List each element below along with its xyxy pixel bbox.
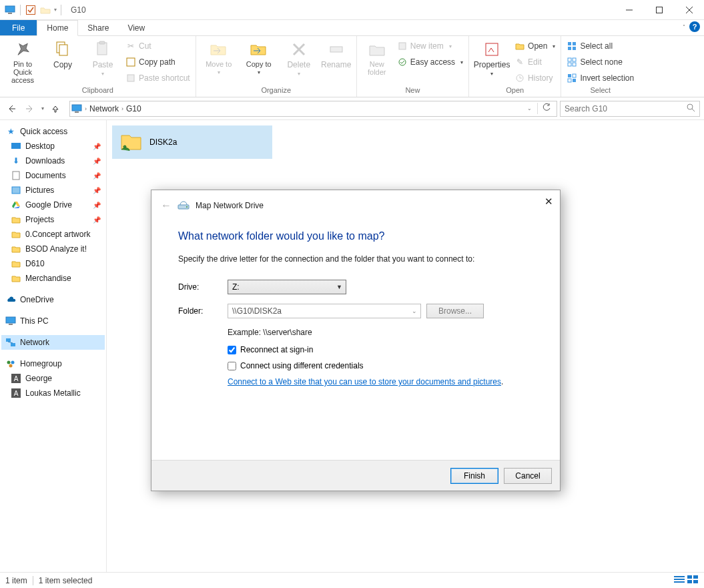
move-to-label: Move to (206, 60, 232, 68)
copy-path-button[interactable]: Copy path (124, 55, 192, 69)
tab-strip: File Home Share View ˄ ? (0, 20, 704, 36)
chevron-down-icon: ▾ (258, 69, 260, 75)
qat-check-icon[interactable] (25, 4, 37, 16)
sidebar-label: Network (20, 338, 49, 347)
pin-to-quick-access-button[interactable]: Pin to Quick access (4, 37, 41, 84)
cancel-button[interactable]: Cancel (504, 468, 552, 484)
chevron-down-icon: ▾ (101, 71, 104, 77)
sidebar-item-downloads[interactable]: ⬇Downloads📌 (1, 154, 105, 168)
sidebar-label: Desktop (25, 141, 55, 151)
sidebar-item-projects[interactable]: Projects📌 (1, 212, 105, 227)
tab-view[interactable]: View (118, 20, 154, 35)
svg-rect-63 (693, 580, 698, 583)
search-box[interactable] (560, 101, 700, 117)
organize-group-label: Organize (200, 86, 352, 97)
copy-button[interactable]: Copy (44, 37, 81, 69)
sidebar-item-bsod[interactable]: BSOD Analyze it! (1, 242, 105, 256)
sidebar-quick-access[interactable]: ★Quick access (1, 124, 105, 139)
nav-up-button[interactable] (48, 101, 63, 116)
svg-rect-34 (72, 105, 81, 111)
select-none-button[interactable]: Select none (565, 55, 635, 69)
search-icon[interactable] (686, 103, 695, 114)
edit-icon: ✎ (514, 57, 525, 67)
history-icon (514, 73, 525, 83)
sidebar-item-d610[interactable]: D610 (1, 256, 105, 271)
reconnect-checkbox[interactable]: Reconnect at sign-in (228, 345, 533, 354)
sidebar-item-desktop[interactable]: Desktop📌 (1, 139, 105, 154)
svg-rect-57 (674, 576, 685, 577)
paste-shortcut-button: Paste shortcut (124, 71, 192, 85)
refresh-icon[interactable] (537, 103, 555, 114)
browse-button[interactable]: Browse... (426, 304, 484, 318)
qat-newfolder-icon[interactable] (39, 4, 51, 16)
copy-to-button[interactable]: Copy to▾ (240, 37, 278, 75)
large-icons-view-button[interactable] (687, 575, 699, 586)
sidebar-homegroup[interactable]: Homegroup (1, 356, 105, 371)
sidebar-network[interactable]: Network (1, 335, 105, 350)
easy-access-button[interactable]: Easy access▾ (396, 55, 464, 69)
breadcrumb-network[interactable]: Network (89, 104, 119, 113)
svg-rect-23 (573, 47, 576, 50)
reconnect-input[interactable] (228, 346, 236, 354)
folder-combo[interactable]: \\G10\DISK2a ⌄ (228, 304, 421, 318)
sidebar-item-pictures[interactable]: Pictures📌 (1, 183, 105, 198)
tab-home[interactable]: Home (37, 20, 78, 36)
window-title: G10 (71, 5, 86, 15)
pin-icon: 📌 (93, 216, 101, 224)
maximize-button[interactable] (644, 0, 674, 20)
select-all-button[interactable]: Select all (565, 39, 635, 53)
sidebar-label: George (25, 374, 52, 383)
connect-website-link[interactable]: Connect to a Web site that you can use t… (228, 377, 501, 386)
sidebar-item-google-drive[interactable]: Google Drive📌 (1, 198, 105, 212)
close-button[interactable] (674, 0, 704, 20)
sidebar-item-merchandise[interactable]: Merchandise (1, 271, 105, 286)
chevron-right-icon[interactable]: › (121, 105, 123, 112)
qat-divider (61, 5, 61, 15)
svg-rect-27 (573, 63, 576, 66)
sidebar-thispc[interactable]: This PC (1, 314, 105, 328)
invert-selection-button[interactable]: Invert selection (565, 71, 635, 85)
minimize-button[interactable] (614, 0, 644, 20)
tab-share[interactable]: Share (78, 20, 118, 35)
qat-overflow-icon[interactable]: ▾ (54, 7, 57, 13)
help-icon[interactable]: ? (689, 21, 700, 32)
tab-file[interactable]: File (0, 20, 37, 35)
sidebar-onedrive[interactable]: OneDrive (1, 292, 105, 307)
address-dropdown-icon[interactable]: ⌄ (527, 105, 532, 111)
reconnect-label: Reconnect at sign-in (240, 345, 313, 354)
nav-back-button[interactable] (4, 101, 19, 116)
diff-credentials-input[interactable] (228, 362, 236, 370)
svg-line-48 (8, 342, 13, 343)
folder-icon (11, 214, 21, 225)
copy-to-icon (248, 40, 270, 59)
homegroup-icon (5, 358, 16, 369)
svg-rect-11 (127, 58, 135, 66)
sidebar-hg-george[interactable]: AGeorge (1, 371, 105, 386)
easy-access-icon (397, 57, 408, 67)
thispc-icon (5, 316, 16, 326)
finish-button[interactable]: Finish (450, 468, 498, 484)
chevron-right-icon[interactable]: › (85, 105, 87, 112)
diff-credentials-checkbox[interactable]: Connect using different credentials (228, 361, 533, 370)
open-button[interactable]: Open▾ (513, 39, 557, 53)
move-to-button: Move to▾ (200, 37, 238, 75)
drive-select[interactable]: Z: ▼ (228, 280, 346, 294)
chevron-down-icon: ▾ (553, 43, 555, 49)
recent-locations-icon[interactable]: ▾ (41, 105, 44, 111)
ribbon-collapse-icon[interactable]: ˄ (683, 24, 685, 30)
address-bar[interactable]: › Network › G10 ⌄ (69, 101, 557, 117)
sidebar-item-documents[interactable]: Documents📌 (1, 168, 105, 183)
nav-forward-button[interactable] (23, 101, 37, 116)
folder-icon (11, 229, 21, 240)
details-view-button[interactable] (673, 575, 685, 586)
sidebar-hg-loukas[interactable]: ALoukas Metallic (1, 386, 105, 400)
search-input[interactable] (565, 104, 686, 113)
sidebar-item-concept-artwork[interactable]: 0.Concept artwork (1, 227, 105, 242)
svg-rect-45 (9, 324, 13, 325)
chevron-down-icon: ▾ (460, 59, 463, 65)
properties-button[interactable]: Properties▾ (473, 37, 510, 77)
breadcrumb-node[interactable]: G10 (126, 104, 141, 113)
dialog-close-button[interactable]: ✕ (545, 196, 553, 208)
share-item[interactable]: DISK2a (112, 125, 272, 159)
dialog-back-button[interactable]: ← (161, 200, 171, 212)
